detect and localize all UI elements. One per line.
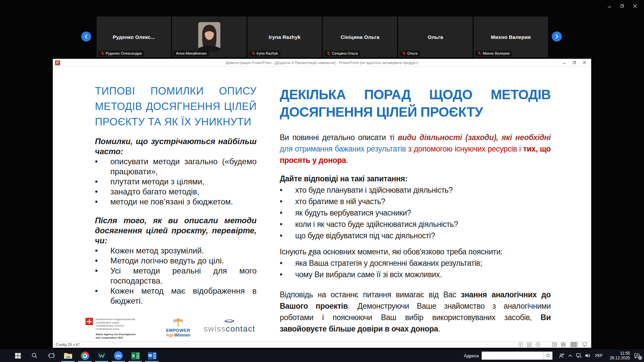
search-icon	[32, 353, 38, 359]
bullet-item: •плутати методи з цілями,	[95, 177, 257, 187]
minimize-icon[interactable]	[603, 2, 616, 10]
slide-right-questions-heading: Дайте відповіді на такі запитання:	[280, 173, 551, 184]
bullet-text: методи не пов’язані з бюджетом.	[110, 197, 257, 207]
ppt-status-icons	[518, 342, 587, 347]
logo-text-line: and Cooperation SDC	[96, 336, 136, 340]
bullet-item: •як будуть вербуватися учасники?	[280, 207, 551, 219]
ppt-close-icon[interactable]	[580, 59, 590, 66]
people-tray-button[interactable]	[557, 349, 566, 362]
next-slide-button[interactable]	[536, 342, 540, 347]
bullet-dot: •	[280, 184, 295, 196]
volume-tray-button[interactable]	[583, 349, 592, 362]
restore-icon[interactable]	[616, 2, 629, 10]
muted-mic-icon	[101, 51, 104, 55]
bullet-dot: •	[95, 246, 110, 256]
bullet-dot: •	[280, 207, 295, 219]
bullet-item: •чому Ви вибрали саме її зі всіх можливи…	[280, 269, 551, 280]
ppt-minimize-icon[interactable]	[559, 59, 570, 66]
slideshow-view-button[interactable]	[582, 342, 587, 347]
address-go-button[interactable]	[543, 352, 552, 360]
language-indicator[interactable]: УКР	[595, 353, 602, 358]
file-explorer-button[interactable]	[60, 349, 76, 362]
bullet-text: занадто багато методів,	[110, 187, 257, 197]
bullet-dot: •	[280, 257, 295, 269]
network-icon	[576, 353, 582, 358]
sdc-logo: Schweizerische EidgenossenschaftConfédér…	[86, 318, 155, 340]
task-view-button[interactable]	[43, 349, 60, 362]
participant-chip-label: Руденко Олександра	[106, 51, 142, 55]
reading-view-button[interactable]	[570, 342, 578, 347]
text-span: .	[346, 156, 348, 165]
notification-badge: 1	[638, 356, 642, 360]
video-tile[interactable]: Руденко Олекс... Руденко Олександра	[97, 16, 171, 57]
network-tray-button[interactable]	[575, 349, 583, 362]
search-button[interactable]	[26, 349, 43, 362]
text-span: .	[438, 324, 440, 333]
powerpoint-window: P Демонстрація PowerPoint - [Додаток 9 П…	[53, 59, 591, 348]
prev-participants-button[interactable]	[81, 32, 91, 42]
address-input[interactable]	[482, 352, 549, 360]
text-span: для отримання бажаних результатів	[280, 144, 408, 153]
bullet-text: хто буде планувати і здійснювати діяльні…	[295, 184, 551, 196]
slide-sorter-view-button[interactable]	[561, 342, 566, 347]
bullet-text: Усі методи реальні для мого господарства…	[110, 266, 257, 286]
bullet-text: Кожен метод має відображення в бюджеті.	[110, 286, 257, 306]
video-tile[interactable]: Сініцина Ольга Сініцина Ольга	[323, 16, 397, 57]
previous-slide-button[interactable]	[518, 342, 523, 347]
slide-right-moments-list: •яка Ваша стратегія у досягненні бажаних…	[280, 257, 551, 280]
swiss-text: swiss	[204, 324, 226, 333]
swisscontact-swirl-icon	[222, 318, 237, 324]
tray-overflow-button[interactable]	[566, 349, 575, 362]
taskbar-clock[interactable]: 11:55 26.12.2025	[605, 351, 630, 360]
agri-text: Agri	[166, 333, 175, 338]
women-text: Women	[175, 333, 191, 338]
swisscontact-logo: swisscontact	[204, 318, 255, 333]
ppt-status-bar: Слайд 25 з 47	[53, 341, 591, 348]
video-tile[interactable]: Михно Валерия Михно Валерия	[474, 16, 548, 57]
bullet-dot: •	[95, 197, 110, 207]
bullet-item: •Кожен метод має відображення в бюджеті.	[95, 286, 257, 306]
video-tile[interactable]: Iryna Razhyk Iryna Razhyk	[248, 16, 322, 57]
muted-mic-icon	[478, 51, 481, 55]
bullet-item: •хто братиме в ній участь?	[280, 196, 551, 207]
close-icon[interactable]	[629, 2, 641, 10]
action-center-button[interactable]: 1	[630, 349, 644, 362]
empower-agriwomen-logo: EMPOWER AgriWomen	[162, 318, 194, 338]
participant-chip-label: Сініцина Ольга	[332, 51, 358, 55]
empower-logo-text: EMPOWER	[162, 328, 194, 333]
word-button[interactable]: W	[144, 349, 160, 362]
refresh-icon	[546, 354, 550, 358]
bullet-dot: •	[95, 177, 110, 187]
excel-button[interactable]: X	[127, 349, 144, 362]
word-icon: W	[148, 352, 156, 360]
bullet-text: описувати методи загально («будемо працю…	[110, 157, 257, 177]
normal-view-button[interactable]	[552, 342, 557, 347]
zoom-app-icon: zm	[114, 351, 123, 360]
video-tile[interactable]: Анна Михайленко	[172, 16, 247, 57]
participant-chip-label: Анна Михайленко	[176, 51, 207, 55]
text-span: Ви повинні детально описати ті	[280, 133, 398, 142]
menu-notes-button[interactable]	[527, 342, 531, 347]
speaker-icon	[585, 353, 590, 358]
bullet-dot: •	[95, 157, 110, 177]
bullet-text: яка Ваша стратегія у досягненні бажаних …	[295, 257, 551, 269]
ppt-restore-icon[interactable]	[570, 59, 580, 66]
next-participants-button[interactable]	[552, 32, 562, 42]
zoom-app-button[interactable]: zm	[110, 349, 127, 362]
video-strip: Руденко Олекс... Руденко Олександра Анна…	[97, 16, 548, 57]
bullet-dot: •	[95, 286, 110, 306]
slide-left-bullet-list-1: •описувати методи загально («будемо прац…	[95, 157, 257, 207]
desktop: Руденко Олекс... Руденко Олександра Анна…	[0, 0, 644, 362]
muted-mic-icon	[252, 51, 255, 55]
chrome-button[interactable]	[76, 349, 93, 362]
slide-left-bullet-list-2: •Кожен метод зрозумілий.•Методи логічно …	[95, 246, 257, 306]
bullet-dot: •	[280, 196, 295, 207]
webex-button[interactable]	[93, 349, 110, 362]
logo-text-line: Swiss Agency for Development	[96, 333, 136, 336]
task-view-icon	[48, 353, 55, 358]
participant-chip: Сініцина Ольга	[324, 51, 360, 56]
start-button[interactable]	[9, 349, 26, 362]
participant-chip: Ольга	[400, 51, 420, 56]
bullet-item: •описувати методи загально («будемо прац…	[95, 157, 257, 177]
video-tile[interactable]: Ольга Ольга	[398, 16, 473, 57]
